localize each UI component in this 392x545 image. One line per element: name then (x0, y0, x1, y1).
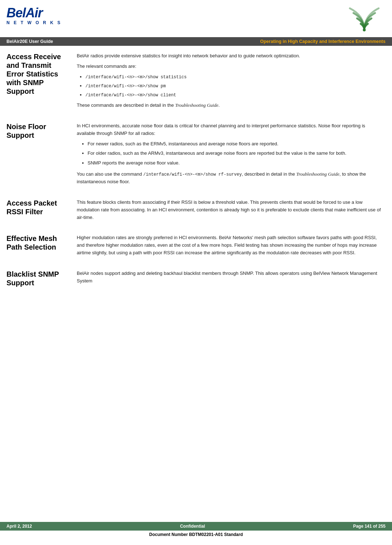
cmd-1: /interface/wifi-<n>-<m>/show statistics (85, 73, 381, 81)
noise-para-2: You can also use the command /interface/… (77, 171, 381, 186)
cmd-3: /interface/wifi-<n>-<m>/show client (85, 91, 381, 99)
networks-text: N E T W O R K S (6, 20, 62, 25)
guide-title: BelAir20E User Guide (6, 39, 53, 44)
section-access-receive: Access Receiveand TransmitError Statisti… (6, 52, 381, 112)
nav-bar: BelAir20E User Guide Operating in High C… (0, 37, 392, 46)
section-noise-floor: Noise FloorSupport In HCI environments, … (6, 122, 381, 189)
svg-point-0 (363, 28, 366, 31)
footer-area: April 2, 2012 Confidential Page 141 of 2… (0, 518, 392, 539)
section-label-access-packet: Access PacketRSSI Filter (6, 199, 77, 224)
rssi-para-1: This feature blocks clients from associa… (77, 199, 381, 221)
section-label-effective-mesh: Effective MeshPath Selection (6, 234, 77, 259)
footer-date: April 2, 2012 (6, 524, 32, 529)
section-effective-mesh: Effective MeshPath Selection Higher modu… (6, 234, 381, 259)
section-label-access-receive: Access Receiveand TransmitError Statisti… (6, 52, 77, 112)
section-access-packet: Access PacketRSSI Filter This feature bl… (6, 199, 381, 224)
page-header: BelAir N E T W O R K S (0, 0, 392, 37)
main-content: Access Receiveand TransmitError Statisti… (0, 46, 392, 304)
section-content-access-packet: This feature blocks clients from associa… (77, 199, 381, 224)
section-content-blacklist-snmp: BelAir nodes support adding and deleting… (77, 270, 381, 288)
section-label-noise-floor: Noise FloorSupport (6, 122, 77, 189)
logo-icon (347, 6, 381, 34)
mesh-para-1: Higher modulation rates are strongly pre… (77, 234, 381, 256)
noise-bullet-1: For newer radios, such as the ERMv5, ins… (88, 140, 381, 148)
noise-bullet-list: For newer radios, such as the ERMv5, ins… (88, 140, 381, 167)
noise-bullet-3: SNMP reports the average noise floor val… (88, 159, 381, 167)
section-content-noise-floor: In HCI environments, accurate noise floo… (77, 122, 381, 189)
section-content-effective-mesh: Higher modulation rates are strongly pre… (77, 234, 381, 259)
footer-confidential: Confidential (180, 524, 205, 529)
section-label-blacklist-snmp: Blacklist SNMPSupport (6, 270, 77, 288)
footer-bar: April 2, 2012 Confidential Page 141 of 2… (0, 522, 392, 531)
cmd-2: /interface/wifi-<n>-<m>/show pm (85, 82, 381, 90)
section-content-access-receive: BelAir radios provide extensive statisti… (77, 52, 381, 112)
para-1: BelAir radios provide extensive statisti… (77, 52, 381, 60)
blacklist-para-1: BelAir nodes support adding and deleting… (77, 270, 381, 285)
para-2: The relevant commands are: (77, 63, 381, 70)
doc-number-line: Document Number BDTM02201-A01 Standard (0, 531, 392, 539)
belair-logo: BelAir (6, 6, 62, 19)
section-blacklist-snmp: Blacklist SNMPSupport BelAir nodes suppo… (6, 270, 381, 288)
chapter-title: Operating in High Capacity and Interfere… (260, 39, 386, 44)
para-3: These commands are described in detail i… (77, 102, 381, 109)
noise-bullet-2: For older radios, such as the ARMv3, ins… (88, 150, 381, 157)
noise-para-1: In HCI environments, accurate noise floo… (77, 122, 381, 137)
logo-area: BelAir N E T W O R K S (6, 6, 62, 25)
footer-page: Page 141 of 255 (353, 524, 386, 529)
